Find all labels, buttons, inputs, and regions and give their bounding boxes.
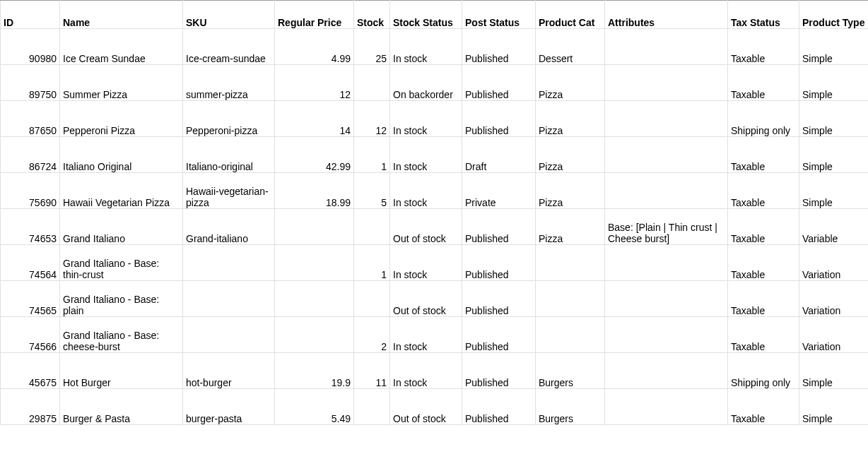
cell-tax_status: Taxable xyxy=(728,65,799,101)
cell-regular_price: 4.99 xyxy=(275,29,354,65)
header-attributes: Attributes xyxy=(605,1,728,29)
cell-regular_price xyxy=(275,245,354,281)
cell-stock_status: In stock xyxy=(390,137,462,173)
header-row: ID Name SKU Regular Price Stock Stock St… xyxy=(1,1,869,29)
cell-id: 87650 xyxy=(1,101,60,137)
cell-regular_price: 12 xyxy=(275,65,354,101)
cell-attributes xyxy=(605,173,728,209)
cell-name: Ice Cream Sundae xyxy=(60,29,183,65)
cell-sku xyxy=(183,281,275,317)
cell-stock_status: In stock xyxy=(390,353,462,389)
cell-name: Pepperoni Pizza xyxy=(60,101,183,137)
table-row: 90980Ice Cream SundaeIce-cream-sundae4.9… xyxy=(1,29,869,65)
cell-post_status: Published xyxy=(462,245,536,281)
cell-stock_status: In stock xyxy=(390,173,462,209)
cell-stock_status: On backorder xyxy=(390,65,462,101)
cell-name: Grand Italiano - Base: thin-crust xyxy=(60,245,183,281)
cell-sku: Pepperoni-pizza xyxy=(183,101,275,137)
cell-id: 89750 xyxy=(1,65,60,101)
table-row: 87650Pepperoni PizzaPepperoni-pizza1412I… xyxy=(1,101,869,137)
cell-id: 74565 xyxy=(1,281,60,317)
cell-post_status: Published xyxy=(462,209,536,245)
cell-name: Hawaii Vegetarian Pizza xyxy=(60,173,183,209)
cell-post_status: Published xyxy=(462,65,536,101)
cell-post_status: Published xyxy=(462,317,536,353)
cell-stock_status: In stock xyxy=(390,29,462,65)
table-row: 29875Burger & Pastaburger-pasta5.49Out o… xyxy=(1,389,869,425)
cell-name: Grand Italiano - Base: plain xyxy=(60,281,183,317)
cell-id: 86724 xyxy=(1,137,60,173)
header-stock: Stock xyxy=(354,1,390,29)
cell-product_type: Variable xyxy=(799,209,869,245)
cell-stock: 12 xyxy=(354,101,390,137)
header-product-type: Product Type xyxy=(799,1,869,29)
header-post-status: Post Status xyxy=(462,1,536,29)
cell-regular_price xyxy=(275,281,354,317)
cell-sku xyxy=(183,245,275,281)
cell-stock: 2 xyxy=(354,317,390,353)
header-regular-price: Regular Price xyxy=(275,1,354,29)
cell-product_type: Simple xyxy=(799,389,869,425)
table-row: 45675Hot Burgerhot-burger19.911In stockP… xyxy=(1,353,869,389)
cell-id: 90980 xyxy=(1,29,60,65)
cell-product_type: Variation xyxy=(799,317,869,353)
cell-regular_price: 19.9 xyxy=(275,353,354,389)
cell-tax_status: Shipping only xyxy=(728,101,799,137)
cell-id: 29875 xyxy=(1,389,60,425)
cell-product_type: Variation xyxy=(799,281,869,317)
cell-regular_price: 5.49 xyxy=(275,389,354,425)
cell-id: 74653 xyxy=(1,209,60,245)
cell-stock: 1 xyxy=(354,245,390,281)
cell-stock: 11 xyxy=(354,353,390,389)
cell-name: Italiano Original xyxy=(60,137,183,173)
cell-regular_price: 18.99 xyxy=(275,173,354,209)
cell-name: Grand Italiano xyxy=(60,209,183,245)
cell-tax_status: Taxable xyxy=(728,29,799,65)
cell-sku: summer-pizza xyxy=(183,65,275,101)
cell-stock_status: In stock xyxy=(390,101,462,137)
cell-tax_status: Shipping only xyxy=(728,353,799,389)
cell-attributes xyxy=(605,245,728,281)
cell-sku: Ice-cream-sundae xyxy=(183,29,275,65)
table-row: 75690Hawaii Vegetarian PizzaHawaii-veget… xyxy=(1,173,869,209)
cell-stock: 25 xyxy=(354,29,390,65)
cell-post_status: Draft xyxy=(462,137,536,173)
products-table: ID Name SKU Regular Price Stock Stock St… xyxy=(0,0,868,425)
cell-sku: Hawaii-vegetarian-pizza xyxy=(183,173,275,209)
cell-product_type: Simple xyxy=(799,353,869,389)
cell-post_status: Published xyxy=(462,281,536,317)
cell-product_type: Simple xyxy=(799,65,869,101)
cell-regular_price xyxy=(275,317,354,353)
cell-name: Hot Burger xyxy=(60,353,183,389)
cell-attributes xyxy=(605,137,728,173)
cell-sku: hot-burger xyxy=(183,353,275,389)
cell-stock_status: Out of stock xyxy=(390,389,462,425)
cell-regular_price: 14 xyxy=(275,101,354,137)
cell-sku xyxy=(183,317,275,353)
cell-tax_status: Taxable xyxy=(728,317,799,353)
cell-product_cat xyxy=(536,245,605,281)
table-row: 74566Grand Italiano - Base: cheese-burst… xyxy=(1,317,869,353)
cell-product_cat: Burgers xyxy=(536,353,605,389)
cell-product_type: Variation xyxy=(799,245,869,281)
cell-sku: Italiano-original xyxy=(183,137,275,173)
cell-product_type: Simple xyxy=(799,173,869,209)
cell-product_cat: Dessert xyxy=(536,29,605,65)
cell-attributes xyxy=(605,353,728,389)
header-id: ID xyxy=(1,1,60,29)
cell-product_cat xyxy=(536,317,605,353)
cell-id: 45675 xyxy=(1,353,60,389)
cell-tax_status: Taxable xyxy=(728,389,799,425)
cell-stock_status: In stock xyxy=(390,245,462,281)
cell-product_type: Simple xyxy=(799,29,869,65)
header-tax-status: Tax Status xyxy=(728,1,799,29)
cell-attributes xyxy=(605,29,728,65)
cell-post_status: Published xyxy=(462,353,536,389)
cell-tax_status: Taxable xyxy=(728,245,799,281)
cell-tax_status: Taxable xyxy=(728,173,799,209)
cell-product_cat xyxy=(536,281,605,317)
cell-sku: burger-pasta xyxy=(183,389,275,425)
header-stock-status: Stock Status xyxy=(390,1,462,29)
cell-stock xyxy=(354,389,390,425)
cell-tax_status: Taxable xyxy=(728,281,799,317)
